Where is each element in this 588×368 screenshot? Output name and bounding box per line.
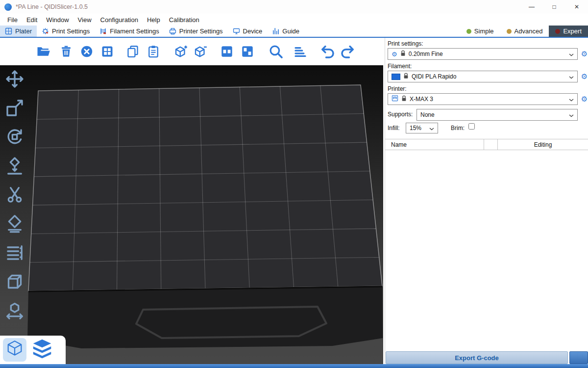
search-icon[interactable] <box>268 41 284 62</box>
cut-tool-icon[interactable] <box>4 184 25 206</box>
menu-file[interactable]: File <box>3 16 22 24</box>
gear-icon: ⚙ <box>392 51 397 57</box>
printer-icon <box>392 95 398 104</box>
scale-tool-icon[interactable] <box>4 97 25 119</box>
object-list[interactable] <box>385 150 588 349</box>
filament-gear-icon[interactable]: ⚙ <box>580 72 588 80</box>
infill-label: Infill: <box>388 125 400 131</box>
mode-switcher: Simple Advanced Expert <box>460 26 588 37</box>
export-options-button[interactable] <box>569 351 588 364</box>
device-icon <box>233 27 240 35</box>
redo-icon[interactable] <box>339 41 356 62</box>
plater-icon <box>5 27 12 35</box>
layers-preview-icon <box>31 339 53 361</box>
preview-view-button[interactable] <box>30 338 54 362</box>
height-range-tool-icon[interactable] <box>4 242 25 263</box>
status-strip <box>0 364 588 368</box>
object-list-header: Name Editing <box>385 139 588 150</box>
advanced-mode-dot-icon <box>507 29 512 34</box>
column-editing[interactable]: Editing <box>498 139 588 150</box>
title-bar: *PA Line - QIDISlicer-1.0.5 — □ ✕ <box>0 0 588 14</box>
remove-instance-icon[interactable] <box>192 41 209 62</box>
place-on-face-tool-icon[interactable] <box>4 155 25 177</box>
3d-editor-icon <box>5 339 24 361</box>
column-name[interactable]: Name <box>385 139 484 150</box>
tab-device[interactable]: Device <box>228 26 268 37</box>
chevron-down-icon <box>429 124 434 132</box>
arrange-icon[interactable] <box>99 41 116 62</box>
menu-view[interactable]: View <box>74 16 96 24</box>
brim-label: Brim: <box>451 125 465 131</box>
printer-base <box>27 286 383 348</box>
settings-sidebar: Print settings: ⚙ 0.20mm Fine ⚙ Filament… <box>385 38 588 364</box>
menu-help[interactable]: Help <box>143 16 165 24</box>
supports-combo[interactable]: None <box>416 109 578 121</box>
menu-configuration[interactable]: Configuration <box>96 16 143 24</box>
menu-edit[interactable]: Edit <box>22 16 42 24</box>
printer-settings-icon <box>169 27 176 35</box>
move-tool-icon[interactable] <box>4 68 25 90</box>
export-row: Export G-code <box>386 351 588 364</box>
supports-value: None <box>420 111 566 118</box>
mode-expert[interactable]: Expert <box>549 26 588 37</box>
paste-icon[interactable] <box>145 41 162 62</box>
filament-color-swatch <box>392 74 400 80</box>
menu-calibration[interactable]: Calibration <box>165 16 204 24</box>
tab-filament-settings[interactable]: Filament Settings <box>95 26 164 37</box>
tab-printer-settings[interactable]: Printer Settings <box>164 26 228 37</box>
variable-layer-height-icon[interactable] <box>292 41 309 62</box>
delete-icon[interactable] <box>58 41 74 62</box>
filament-label: Filament: <box>388 63 412 70</box>
open-project-icon[interactable] <box>35 41 52 62</box>
printer-gear-icon[interactable]: ⚙ <box>580 95 588 103</box>
chevron-down-icon <box>569 95 574 104</box>
filament-settings-icon <box>99 27 107 35</box>
print-settings-icon <box>42 27 49 35</box>
maximize-icon[interactable]: □ <box>543 0 565 14</box>
print-bed-scene <box>0 65 383 364</box>
delete-all-icon[interactable] <box>78 41 95 62</box>
split-objects-icon[interactable] <box>219 41 235 62</box>
chevron-down-icon <box>569 72 574 81</box>
tab-print-settings[interactable]: Print Settings <box>37 26 95 37</box>
window-title: *PA Line - QIDISlicer-1.0.5 <box>16 3 88 10</box>
export-gcode-button[interactable]: Export G-code <box>386 351 568 364</box>
printer-combo[interactable]: X-MAX 3 <box>388 93 578 105</box>
menu-bar: File Edit Window View Configuration Help… <box>0 14 588 26</box>
printer-label: Printer: <box>388 85 407 92</box>
menu-window[interactable]: Window <box>42 16 73 24</box>
minimize-icon[interactable]: — <box>520 0 543 14</box>
column-extruder <box>484 139 498 150</box>
undo-icon[interactable] <box>319 41 336 62</box>
lock-icon <box>401 95 407 104</box>
3d-viewport[interactable] <box>0 65 383 364</box>
infill-combo[interactable]: 15% <box>406 123 438 133</box>
plater-toolbar <box>0 38 383 65</box>
infill-value: 15% <box>410 125 426 131</box>
print-settings-label: Print settings: <box>388 40 423 47</box>
mode-advanced[interactable]: Advanced <box>500 26 549 37</box>
print-settings-combo[interactable]: ⚙ 0.20mm Fine <box>388 48 578 60</box>
spacing-tool-icon[interactable] <box>4 300 25 321</box>
tab-guide[interactable]: Guide <box>267 26 304 37</box>
gizmo-toolbar <box>4 68 25 321</box>
guide-icon <box>272 27 279 35</box>
print-settings-gear-icon[interactable]: ⚙ <box>580 50 588 58</box>
split-parts-icon[interactable] <box>239 41 256 62</box>
copy-icon[interactable] <box>124 41 141 62</box>
editor-view-button[interactable] <box>3 338 26 362</box>
mode-simple[interactable]: Simple <box>460 26 500 37</box>
seam-paint-tool-icon[interactable] <box>4 213 25 235</box>
tab-plater[interactable]: Plater <box>0 26 37 37</box>
chevron-down-icon <box>569 110 574 119</box>
view-toggle-bar <box>0 336 66 364</box>
rotate-tool-icon[interactable] <box>4 126 25 148</box>
filament-combo[interactable]: QIDI PLA Rapido <box>388 71 578 82</box>
measure-tool-icon[interactable] <box>4 271 25 292</box>
expert-mode-dot-icon <box>555 29 560 34</box>
brim-checkbox[interactable] <box>468 123 475 130</box>
close-icon[interactable]: ✕ <box>565 0 588 14</box>
printer-value: X-MAX 3 <box>410 96 566 103</box>
filament-value: QIDI PLA Rapido <box>412 73 566 80</box>
add-instance-icon[interactable] <box>172 41 189 62</box>
